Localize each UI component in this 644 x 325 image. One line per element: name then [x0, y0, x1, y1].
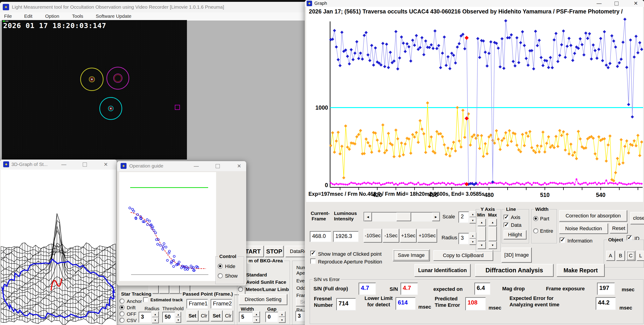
maximize-icon[interactable] [213, 162, 223, 170]
light-curve-plot[interactable]: 42045048051054010000 2026 Jan 17; (5651)… [306, 7, 643, 202]
minus-10sec-button[interactable]: -10Sec [364, 229, 382, 242]
up-arrow-icon[interactable]: ▲ [253, 311, 260, 317]
clr1-button[interactable]: Clr [199, 310, 209, 321]
down-arrow-icon[interactable]: ▼ [176, 317, 181, 323]
down-arrow-icon[interactable]: ▼ [152, 317, 159, 323]
plus-1sec-button[interactable]: +1Sec [400, 229, 416, 242]
frame1-field[interactable]: Frame1 [186, 299, 208, 308]
threshold-field[interactable]: 50 [162, 312, 175, 323]
copy-clipboard-button[interactable]: Copy to ClipBoard [433, 250, 493, 261]
yaxis-max-body[interactable] [488, 226, 497, 241]
object-a-button[interactable]: A [606, 251, 615, 261]
width-part-radio[interactable] [533, 216, 538, 221]
reproduce-aperture-checkbox[interactable] [310, 258, 316, 264]
yaxis-min-body[interactable] [478, 226, 486, 241]
down-arrow-icon[interactable]: ▼ [278, 317, 286, 323]
video-frame[interactable]: 2026 01 17 18:20:03:147 [2, 20, 187, 160]
minimize-icon[interactable]: — [59, 161, 69, 168]
lower-limit-field[interactable]: 614 [396, 297, 416, 310]
show-image-checkbox[interactable] [310, 251, 316, 256]
scrollbar-left-arrow[interactable]: ◄ [364, 212, 372, 221]
set2-button[interactable]: Set [211, 310, 222, 321]
threshold-stepper[interactable]: ▲▼ [176, 312, 181, 323]
width-entire-radio[interactable] [533, 228, 538, 234]
tracking-off-radio[interactable] [120, 311, 124, 316]
expected-error-field[interactable]: 44.2 [596, 297, 616, 310]
close-icon[interactable]: ✕ [628, 0, 644, 7]
bkg-meteor-radio[interactable] [238, 287, 243, 292]
hilight-button[interactable]: Hilight [504, 230, 526, 239]
object-l-button[interactable]: L [637, 251, 644, 261]
sn-fulldrop-field[interactable]: 4.7 [358, 282, 376, 295]
direction-setting-button[interactable]: Direction Setting [239, 294, 287, 305]
yaxis-max-up-button[interactable]: ▲ [488, 219, 497, 226]
frame-exposure-field[interactable]: 197 [597, 282, 615, 295]
menu-file[interactable]: File [4, 14, 12, 19]
graph-radius-field[interactable]: 3 [458, 233, 469, 244]
close-icon[interactable]: ✕ [234, 162, 244, 170]
tracking-radius-stepper[interactable]: ▲▼ [152, 311, 159, 323]
line-data-checkbox[interactable] [504, 222, 508, 228]
reset-button[interactable]: Reset [610, 223, 628, 234]
object-b-button[interactable]: B [616, 251, 625, 261]
tracking-csv-radio[interactable] [120, 318, 124, 323]
menu-software-update[interactable]: Software Update [96, 14, 131, 19]
fresnel-field[interactable]: 714 [336, 298, 356, 310]
expected-on-field[interactable]: 6.4 [474, 282, 490, 295]
stop-button[interactable]: STOP [265, 246, 284, 257]
current-frame-field[interactable]: 468.0 [310, 231, 331, 242]
width-stepper[interactable]: ▲▼ [253, 311, 260, 323]
up-arrow-icon[interactable]: ▲ [152, 311, 159, 317]
noise-reduction-button[interactable]: Noise Reduction [559, 223, 608, 234]
line-axis-checkbox[interactable] [504, 215, 508, 220]
minimize-icon[interactable]: — [191, 162, 201, 170]
tracking-drift-radio[interactable] [120, 305, 124, 310]
menu-edit[interactable]: Edit [24, 14, 32, 19]
tracking-anchor-radio[interactable] [120, 298, 124, 304]
up-arrow-icon[interactable]: ▲ [278, 311, 286, 317]
up-arrow-icon[interactable]: ▲ [176, 312, 181, 317]
close-icon[interactable]: ✕ [101, 161, 111, 168]
information-checkbox[interactable] [560, 238, 565, 243]
scrollbar-right-arrow[interactable]: ► [432, 212, 440, 221]
make-report-button[interactable]: Make Report [557, 264, 604, 277]
gap-field[interactable]: 0 [265, 312, 278, 322]
width-field[interactable]: 5 [239, 312, 252, 322]
maximize-icon[interactable] [610, 0, 623, 7]
scrollbar-thumb[interactable] [396, 212, 411, 221]
clipped-button[interactable] [159, 284, 169, 294]
maximize-icon[interactable] [80, 161, 90, 168]
clr2-button[interactable]: Clr [224, 310, 233, 321]
down-arrow-icon[interactable]: ▼ [470, 238, 476, 245]
yaxis-max-down-button[interactable]: ▼ [488, 242, 497, 249]
lunar-identification-button[interactable]: Lunar Identification [414, 264, 470, 277]
scale-field[interactable]: 2 [458, 212, 469, 223]
correction-absorption-button[interactable]: Correction for absorption [559, 210, 627, 222]
up-arrow-icon[interactable]: ▲ [470, 232, 476, 238]
yaxis-min-down-button[interactable]: ▼ [478, 242, 486, 249]
gap-stepper[interactable]: ▲▼ [278, 311, 286, 323]
diffraction-analysis-button[interactable]: Diffraction Analysis [475, 264, 554, 277]
image-3d-button[interactable]: [3D] Image [502, 248, 532, 262]
sn-field[interactable]: 4.7 [400, 282, 418, 295]
menu-option[interactable]: Option [45, 14, 59, 19]
down-arrow-icon[interactable]: ▼ [470, 217, 476, 223]
up-arrow-icon[interactable]: ▲ [470, 211, 476, 217]
object-c-button[interactable]: C [626, 251, 635, 261]
scale-stepper[interactable]: ▲▼ [470, 211, 476, 223]
estimated-track-checkbox[interactable] [143, 297, 148, 302]
close-button[interactable]: close [630, 212, 644, 224]
save-image-button[interactable]: Save Image [393, 249, 430, 261]
predicted-error-field[interactable]: 108 [465, 297, 486, 310]
yaxis-min-up-button[interactable]: ▲ [478, 219, 486, 226]
minimize-icon[interactable]: — [592, 0, 606, 7]
set1-button[interactable]: Set [186, 310, 198, 321]
graph-radius-stepper[interactable]: ▲▼ [470, 232, 476, 245]
control-show-radio[interactable] [218, 273, 223, 278]
plus-10sec-button[interactable]: +10Sec [418, 229, 437, 242]
control-hide-radio[interactable] [218, 264, 223, 269]
tracking-radius-field[interactable]: 3 [138, 312, 151, 323]
frame2-field[interactable]: Frame2 [211, 299, 232, 308]
clipped-button[interactable] [170, 284, 180, 294]
menu-tools[interactable]: Tools [72, 14, 83, 19]
